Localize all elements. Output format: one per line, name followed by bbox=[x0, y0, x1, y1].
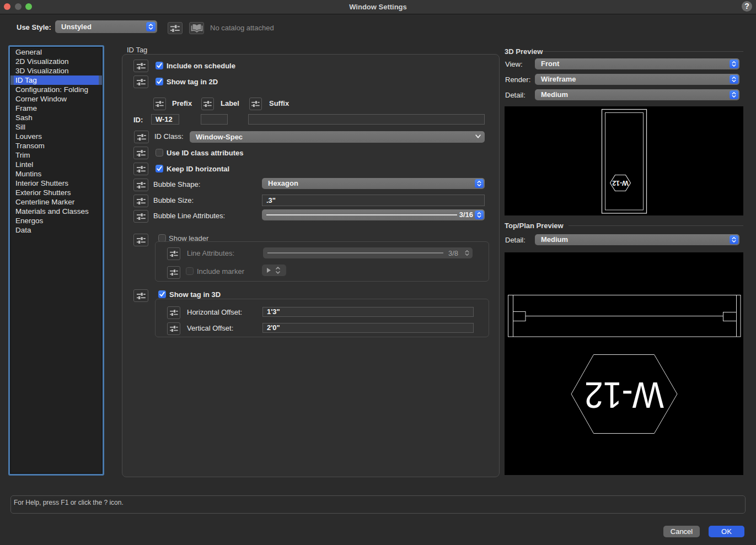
svg-text:W-12: W-12 bbox=[585, 375, 664, 416]
svg-text:W-12: W-12 bbox=[612, 179, 629, 187]
